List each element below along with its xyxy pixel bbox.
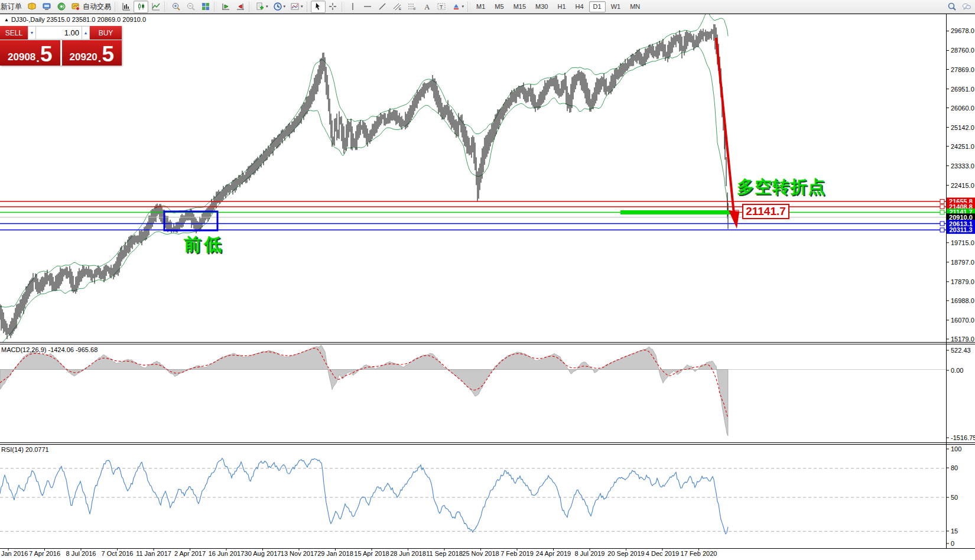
svg-text:T: T [440,4,443,10]
crosshair-button[interactable] [326,1,340,13]
rsi-indicator-label: RSI(14) 20.0771 [1,446,49,453]
dropdown-caret-icon: ▾ [462,4,464,9]
price-axis-tick: 27869.0 [951,66,974,73]
toolbar-separator [214,2,217,12]
level-handle[interactable] [940,210,944,214]
crosshair-icon [328,2,337,11]
buy-price-big-digit: 5 [102,46,114,63]
date-axis-label: 30 Aug 2017 [245,550,281,557]
templates-icon [290,2,300,11]
timeframe-h1-button[interactable]: H1 [553,1,570,12]
text-button[interactable]: A [420,1,434,13]
previous-low-annotation[interactable]: 前低 [184,233,224,257]
buy-price-box[interactable]: 20920.5 [62,40,122,66]
search-button[interactable] [944,1,959,13]
trendline-button[interactable] [375,1,390,13]
toolbar-group-pointer [311,0,340,14]
timeframe-d1-button[interactable]: D1 [589,1,606,12]
cursor-button[interactable] [311,1,326,13]
zoom-in-button[interactable] [168,1,183,13]
rsi-axis-tick: 50 [951,494,958,501]
text-label-button[interactable]: T [434,1,449,13]
thick-green-level-bar[interactable] [620,210,730,214]
sell-price-box[interactable]: 20908.5 [0,40,60,66]
level-handle[interactable] [940,228,944,232]
level-handle[interactable] [940,222,944,226]
terminal-icon [42,2,51,11]
timeframe-mn-button[interactable]: MN [626,1,644,12]
auto-scroll-button[interactable] [218,1,233,13]
volume-up-stepper[interactable]: ▲ [82,26,90,40]
hline-icon [363,2,372,11]
vertical-line-button[interactable] [346,1,360,13]
tile-windows-button[interactable] [198,1,213,13]
zoom-out-button[interactable] [183,1,198,13]
tile-windows-icon [201,2,210,11]
level-price-tag[interactable]: 21141.7 [742,204,789,219]
line-chart-button[interactable] [148,1,163,13]
price-axis-tick: 24251.0 [951,143,974,150]
fibonacci-button[interactable]: F [405,1,420,13]
level-handle[interactable] [940,200,944,204]
toolbar-separator [467,2,470,12]
timeframe-m5-button[interactable]: M5 [490,1,508,12]
sell-button[interactable]: SELL [0,26,28,40]
date-axis-label: 17 Feb 2020 [681,550,717,557]
arrows-button[interactable]: ▾ [449,1,467,13]
volume-input[interactable] [36,26,82,40]
signals-button[interactable] [54,1,69,13]
equidistant-channel-button[interactable]: E [390,1,405,13]
toolbar-separator [307,2,310,12]
toolbar-group-orders: 新订单自动交易 [1,0,113,14]
date-axis-label: 2 Apr 2017 [174,550,206,557]
candlestick-button[interactable] [134,1,148,13]
toolbar-separator [249,2,252,12]
rsi-axis-tick: 15 [951,528,958,535]
fibo-icon: F [407,2,417,11]
toolbar-group-chart-types [119,0,163,14]
periods-button[interactable]: ▾ [271,1,288,13]
templates-button[interactable]: ▾ [288,1,306,13]
date-axis-label: 7 Oct 2016 [102,550,134,557]
timeframe-m30-button[interactable]: M30 [531,1,552,12]
timeframe-m15-button[interactable]: M15 [509,1,530,12]
timeframe-w1-button[interactable]: W1 [607,1,625,12]
terminal-button[interactable] [39,1,54,13]
market-watch-button[interactable] [24,1,39,13]
chart-area[interactable]: 29678.028760.027869.026951.026060.025142… [0,0,975,560]
buy-button[interactable]: BUY [90,26,122,40]
new-chart-button[interactable]: ▾ [253,1,271,13]
bar-chart-button[interactable] [119,1,134,13]
timeframe-m1-button[interactable]: M1 [472,1,489,12]
zoom-out-icon [186,2,196,11]
toolbar-separator [342,2,344,12]
chat-button[interactable] [959,1,974,13]
macd-axis-tick: 0.00 [951,367,963,374]
date-axis-label: 8 Jul 2019 [575,550,605,557]
date-axis-label: 25 Nov 2018 [462,550,499,557]
channel-icon: E [392,2,402,11]
date-axis-label: Jan 2016 [1,550,28,557]
horizontal-line-button[interactable] [360,1,375,13]
date-axis-label: 8 Jul 2016 [66,550,96,557]
new-order-button[interactable]: 新订单 [0,1,24,13]
date-axis-label: 11 Jan 2017 [136,550,171,557]
level-handle[interactable] [940,204,944,209]
date-axis-label: 4 Dec 2019 [646,550,679,557]
turning-point-annotation[interactable]: 多空转折点 [737,175,826,199]
autotrade-button[interactable]: 自动交易 [69,1,113,13]
chart-shift-button[interactable] [233,1,248,13]
rsi-axis-tick: 100 [951,445,961,452]
timeframe-toolbar: M1M5M15M30H1H4D1W1MN [472,0,645,14]
volume-down-stepper[interactable]: ▼ [28,26,36,40]
candles-icon [136,2,146,11]
dropdown-caret-icon: ▾ [284,4,286,9]
shapes-icon [451,2,461,11]
price-axis-tick: 19715.0 [951,239,974,246]
timeframe-h4-button[interactable]: H4 [571,1,588,12]
mt4-window: 新订单自动交易▾▾▾EFAT▾M1M5M15M30H1H4D1W1MN 2967… [0,0,975,560]
price-axis-tick: 17879.0 [951,278,974,285]
zoom-in-icon [171,2,181,11]
date-axis-label: 16 Jun 2017 [209,550,245,557]
date-axis-label: 13 Nov 2017 [281,550,317,557]
